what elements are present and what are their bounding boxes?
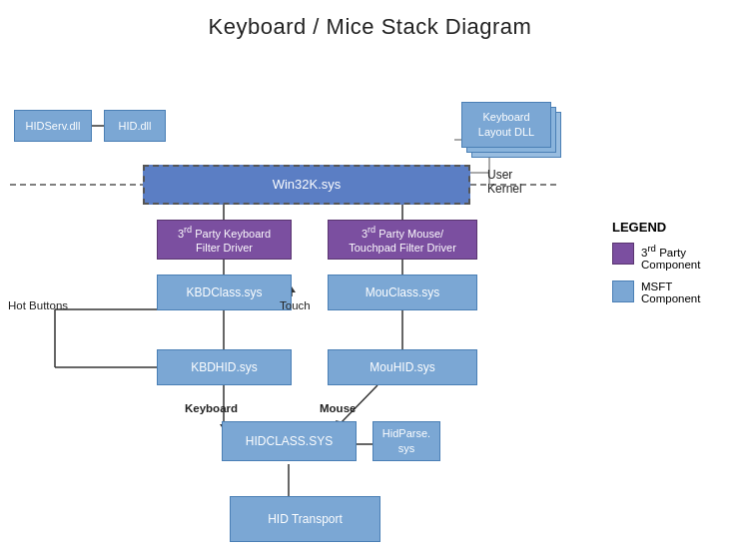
user-kernel-label: UserKernel bbox=[487, 168, 522, 197]
mouhid-sys-box: MouHID.sys bbox=[328, 349, 477, 385]
kbdhid-sys-box: KBDHID.sys bbox=[157, 349, 292, 385]
kbdclass-sys-box: KBDClass.sys bbox=[157, 275, 292, 310]
hidclass-sys-box: HIDCLASS.SYS bbox=[222, 421, 357, 461]
legend-label-third-party: 3rd PartyComponent bbox=[641, 243, 700, 271]
legend-label-msft: MSFT Component bbox=[641, 280, 722, 304]
legend-container: LEGEND 3rd PartyComponent MSFT Component bbox=[612, 220, 722, 314]
keyboard-layout-dll-box: KeyboardLayout DLL bbox=[461, 102, 551, 148]
hot-buttons-label: Hot Buttons bbox=[8, 299, 68, 311]
win32k-sys-box: Win32K.sys bbox=[143, 165, 470, 205]
legend-swatch-blue bbox=[612, 280, 634, 302]
third-party-kbd-filter-box: 3rd Party KeyboardFilter Driver bbox=[157, 220, 292, 260]
touch-label: Touch bbox=[280, 299, 311, 311]
hid-dll-box: HID.dll bbox=[104, 110, 166, 142]
page-title: Keyboard / Mice Stack Diagram bbox=[0, 0, 740, 40]
keyboard-arrow-label: Keyboard bbox=[185, 402, 238, 414]
mouclass-sys-box: MouClass.sys bbox=[328, 275, 477, 310]
legend-item-msft: MSFT Component bbox=[612, 280, 722, 304]
legend-swatch-purple bbox=[612, 243, 634, 265]
third-party-mouse-filter-box: 3rd Party Mouse/Touchpad Filter Driver bbox=[328, 220, 477, 260]
hid-transport-box: HID Transport bbox=[230, 496, 380, 542]
diagram-container: Keyboard / Mice Stack Diagram bbox=[0, 0, 740, 560]
hidparse-sys-box: HidParse.sys bbox=[372, 421, 440, 461]
mouse-arrow-label: Mouse bbox=[320, 402, 356, 414]
legend-title: LEGEND bbox=[612, 220, 722, 235]
hidserv-dll-box: HIDServ.dll bbox=[14, 110, 92, 142]
legend-item-third-party: 3rd PartyComponent bbox=[612, 243, 722, 271]
